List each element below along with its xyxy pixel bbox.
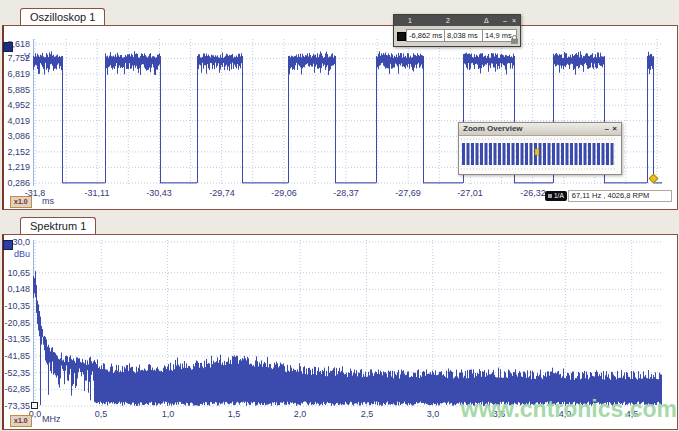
spec-x-tick-label: 2,0 [280,409,320,419]
cursor-handle[interactable] [31,402,38,409]
tab-spektrum-1[interactable]: Spektrum 1 [20,217,96,234]
spec-y-tick-label: -20,85 [0,318,30,328]
osc-x-tick-label: -30,43 [139,188,179,198]
osc-y-tick-label: 4,952 [0,100,30,110]
axis-mode-badge[interactable]: 1/A [545,191,567,201]
cursor-toolbar-titlebar[interactable]: 1 2 Δ – × [394,15,520,26]
zoom-overview-miniature-plot[interactable] [459,136,619,174]
cursor-col-2-header: 2 [446,15,450,26]
zoom-overview-titlebar[interactable]: Zoom Overview – × [459,123,621,136]
spec-x-tick-label: 3,0 [413,409,453,419]
osc-x-tick-label: -29,74 [202,188,242,198]
close-icon[interactable]: × [612,123,617,135]
cursor-col-delta-header: Δ [484,15,489,26]
spec-y-tick-label: 10,65 [0,268,30,278]
osc-x-tick-label: -27,69 [388,188,428,198]
cursor-2-value-field[interactable]: 8,038 ms [444,29,483,42]
osc-x-tick-label: -27,01 [450,188,490,198]
spec-y-tick-label: -31,35 [0,334,30,344]
minimize-button[interactable]: – [503,15,507,26]
osc-y-tick-label: 7,752 [0,53,30,63]
spec-x-tick-label: 1,5 [214,409,254,419]
spec-x-tick-label: 0,5 [81,409,121,419]
channel-color-icon[interactable] [3,240,13,250]
zoom-overview-window[interactable]: Zoom Overview – × [458,122,622,175]
osc-y-tick-label: 0,286 [0,178,30,188]
minimize-button[interactable]: – [605,123,609,135]
osc-y-tick-label: 1,219 [0,162,30,172]
axis-badge-icon [548,194,552,198]
channel-color-icon[interactable] [3,42,13,52]
lock-icon[interactable] [511,30,518,48]
spectrum-trace [34,271,662,406]
axis-status-readout: 1/A 67,11 Hz , 4026,8 RPM [545,190,672,202]
spec-y-tick-label: -52,35 [0,368,30,378]
spec-y-tick-label: -10,35 [0,301,30,311]
spec-y-tick-label: -41,85 [0,351,30,361]
cursor-toolbar-body: -6,862 ms 8,038 ms 14,9 ms [394,26,520,45]
osc-x-tick-label: -31,11 [77,188,117,198]
spec-x-tick-label: 2,5 [347,409,387,419]
spec-zoom-factor-badge[interactable]: x1.0 [10,415,32,427]
cursor-readout-toolbar[interactable]: 1 2 Δ – × -6,862 ms 8,038 ms 14,9 ms [393,14,521,47]
axis-badge-label: 1/A [554,191,564,201]
osc-y-tick-label: 5,885 [0,85,30,95]
spec-x-tick-label: 1,0 [148,409,188,419]
osc-x-tick-label: -28,37 [326,188,366,198]
close-button[interactable]: × [512,15,516,26]
zoom-overview-title: Zoom Overview [459,124,523,133]
osc-y-tick-label: 6,819 [0,69,30,79]
cursor-col-1-header: 1 [408,15,412,26]
osc-y-tick-label: 2,152 [0,147,30,157]
osc-y-tick-label: 4,019 [0,116,30,126]
spec-y-tick-label: -62,85 [0,384,30,394]
watermark: www.cntronics.com [461,396,677,423]
app-window: Oszilloskop 1 V x1.0 ms 1 2 Δ – × -6,862… [0,0,679,431]
frequency-rpm-readout: 67,11 Hz , 4026,8 RPM [568,190,672,202]
osc-y-tick-label: 3,086 [0,131,30,141]
cursor-1-value-field[interactable]: -6,862 ms [406,29,445,42]
dock-icon[interactable] [397,32,406,41]
zoom-region-marker[interactable] [535,149,539,155]
spectrum-plot[interactable] [33,240,662,408]
spec-y-tick-label: 0,148 [0,284,30,294]
osc-zoom-factor-badge[interactable]: x1.0 [10,196,32,208]
tab-oszilloskop-1[interactable]: Oszilloskop 1 [20,8,105,25]
spec-y-unit: dBu [0,249,30,259]
osc-x-tick-label: -29,06 [264,188,304,198]
